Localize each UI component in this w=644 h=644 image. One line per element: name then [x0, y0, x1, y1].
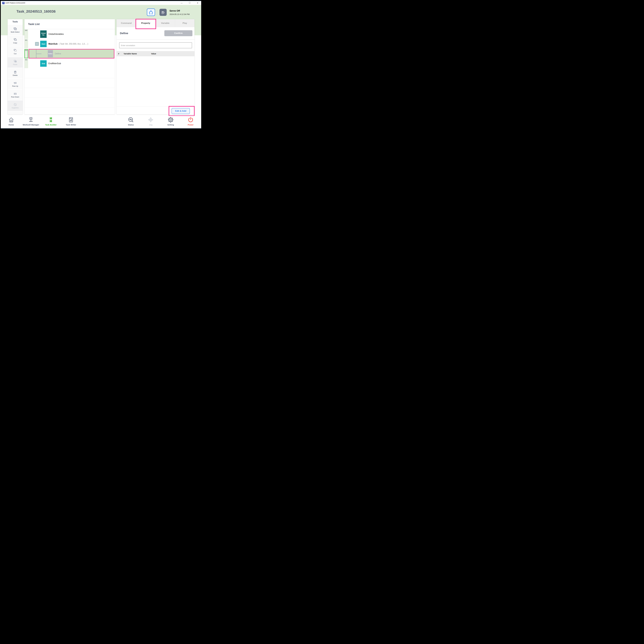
hand-gesture-icon	[161, 10, 165, 15]
task-builder-icon	[48, 117, 54, 123]
manual-mode-indicator[interactable]	[159, 9, 167, 16]
tool-label: Row Down	[11, 96, 19, 98]
title-bar: D DART-Platform GV02110200 — ✕	[1, 1, 201, 5]
delete-button[interactable]: Delete	[8, 68, 23, 78]
cut-button[interactable]: Cut	[8, 46, 23, 57]
nav-label: Setting	[167, 124, 174, 126]
multi-select-icon	[13, 27, 17, 31]
delete-icon	[13, 70, 17, 74]
task-list-title: Task List	[24, 19, 115, 29]
paste-button[interactable]: Paste	[8, 57, 23, 68]
row-number: 002	[24, 49, 28, 58]
start-badge: Start	[40, 41, 47, 47]
tool-label: Suppress	[12, 107, 19, 109]
tools-panel-title: Tools	[8, 19, 23, 24]
confirm-button[interactable]: Confirm	[164, 30, 192, 36]
nav-task-builder[interactable]: Task Builder	[40, 117, 62, 126]
nav-label: Jog	[149, 124, 152, 126]
nav-status[interactable]: Status	[120, 117, 142, 126]
highlight-box-edit-add: Edit & Add	[169, 106, 195, 116]
multi-select-button[interactable]: Multi-Select	[8, 25, 23, 35]
tab-variable[interactable]: Variable	[155, 19, 175, 27]
tab-command[interactable]: Command	[117, 19, 136, 27]
edit-add-button[interactable]: Edit & Add	[172, 108, 190, 114]
tab-play[interactable]: Play	[175, 19, 194, 27]
row-params: ( Task Vel. 250.000, Acc. 1,0… )	[59, 43, 88, 45]
row-up-icon	[13, 81, 17, 85]
bottom-navigation: Home Workcell Manager	[1, 116, 201, 129]
row-number: 000	[24, 29, 28, 39]
tool-label: Row Up	[12, 85, 18, 87]
nav-label: Task Builder	[45, 124, 57, 126]
tool-label: Paste	[13, 63, 17, 65]
selected-row-highlight: Define Define	[29, 49, 114, 58]
column-header-index: #	[118, 53, 119, 55]
row-number: 003	[24, 59, 28, 68]
row-down-button[interactable]: Row Down	[8, 90, 23, 100]
inspector-panel: Command Property Variable Play Define Co…	[117, 19, 194, 114]
copy-button[interactable]: Copy	[8, 36, 23, 46]
task-row-003[interactable]: 003 End EndMainSub	[24, 59, 115, 68]
row-up-button[interactable]: Row Up	[8, 79, 23, 89]
annotation-input[interactable]	[119, 42, 192, 48]
inspector-divider	[117, 39, 194, 40]
empty-row	[24, 78, 115, 88]
nav-home[interactable]: Home	[1, 117, 22, 126]
power-icon	[188, 117, 194, 123]
tab-property[interactable]: Property	[136, 19, 155, 27]
status-icon	[128, 117, 134, 123]
inspector-tabs: Command Property Variable Play	[117, 19, 194, 27]
chevron-down-icon	[36, 43, 38, 45]
robot-mode-button[interactable]	[147, 9, 155, 16]
app-title: DART-Platform GV02110200	[5, 2, 25, 4]
row-label: GlobalVariables	[48, 33, 64, 35]
end-badge: End	[40, 60, 47, 67]
nav-task-writer[interactable]: Task Writer	[60, 117, 82, 126]
row-label: MainSub	[48, 43, 58, 45]
collapse-toggle-button[interactable]	[35, 42, 39, 46]
tool-label: Multi-Select	[11, 31, 20, 33]
empty-row	[24, 98, 115, 108]
suppress-button[interactable]: Suppress	[8, 100, 23, 111]
tools-overflow-item	[8, 111, 23, 114]
workcell-manager-icon	[28, 117, 34, 123]
empty-row	[24, 68, 115, 78]
task-writer-icon	[68, 117, 74, 123]
define-badge: Define	[48, 50, 53, 57]
nav-label: Status	[128, 124, 134, 126]
minimize-button[interactable]: —	[181, 2, 183, 4]
task-row-001[interactable]: 001 Start MainSub ( Task Vel. 250.000, A…	[24, 39, 115, 49]
close-button[interactable]: ✕	[197, 2, 199, 4]
row-number: 001	[24, 39, 28, 49]
column-header-variable-name: Variable Name	[124, 53, 137, 55]
tool-label: Delete	[13, 74, 18, 76]
maximize-icon	[189, 2, 190, 4]
global-var-badge: Global Var.	[40, 30, 47, 38]
row-label: EndMainSub	[48, 62, 61, 65]
task-list-panel: Task List 000 Global Var. GlobalVariable…	[24, 19, 115, 114]
jog-icon	[148, 117, 154, 123]
tool-label: Copy	[13, 42, 17, 44]
column-header-value: Value	[151, 53, 156, 55]
nav-label: Power	[188, 124, 193, 126]
tree-line-branch	[36, 54, 41, 54]
nav-power[interactable]: Power	[180, 117, 201, 126]
variable-table-header: # Variable Name Value	[117, 51, 194, 56]
task-row-000[interactable]: 000 Global Var. GlobalVariables	[24, 29, 115, 39]
nav-jog[interactable]: Jog	[140, 117, 162, 126]
status-datetime: 2024.05.13 4:12:34 PM	[170, 13, 190, 15]
copy-icon	[13, 38, 17, 42]
maximize-button[interactable]	[189, 2, 191, 4]
robot-gripper-icon	[148, 10, 154, 15]
nav-label: Home	[9, 124, 14, 126]
nav-setting[interactable]: Setting	[160, 117, 182, 126]
tools-panel: Tools Multi-Select Copy	[8, 19, 23, 114]
nav-workcell-manager[interactable]: Workcell Manager	[20, 117, 42, 126]
task-row-002-selected[interactable]: 002 Define Define	[24, 49, 115, 59]
nav-label: Task Writer	[66, 124, 76, 126]
inspector-section-title: Define	[120, 32, 128, 35]
suppress-icon	[13, 103, 17, 107]
app-logo-icon: D	[2, 2, 5, 4]
paste-icon	[13, 59, 17, 63]
row-down-icon	[13, 92, 17, 96]
